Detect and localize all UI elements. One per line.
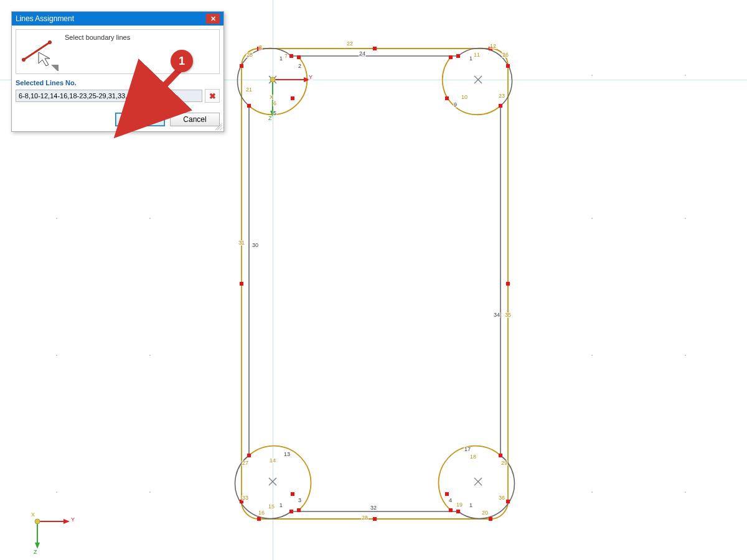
svg-rect-24 (247, 454, 251, 457)
lines-assignment-dialog: Lines Assignment ✕ Select boundary lines… (11, 11, 224, 132)
svg-rect-20 (289, 54, 293, 58)
svg-rect-21 (456, 54, 460, 58)
dialog-titlebar[interactable]: Lines Assignment ✕ (12, 12, 223, 26)
svg-marker-58 (51, 65, 59, 71)
svg-rect-19 (240, 282, 243, 286)
line-label: 1 (469, 503, 473, 508)
svg-point-53 (35, 519, 40, 524)
line-label: 2 (298, 63, 302, 69)
picker-instruction: Select boundary lines (65, 34, 130, 41)
line-label: 7 (284, 54, 288, 59)
line-label: 24 (359, 51, 366, 57)
svg-rect-31 (449, 508, 453, 512)
clear-selection-button[interactable]: ✖ (205, 89, 220, 103)
cancel-button[interactable]: Cancel (170, 113, 220, 126)
triad-x-label: X (31, 511, 35, 518)
origin-z-label: Z (268, 116, 273, 121)
dialog-title: Lines Assignment (16, 14, 74, 23)
svg-rect-35 (291, 492, 294, 496)
line-label: 30 (251, 243, 259, 248)
line-label: 28 (361, 515, 369, 521)
line-label: 17 (464, 447, 471, 452)
svg-rect-8 (240, 64, 243, 68)
line-label: 9 (453, 102, 458, 108)
svg-rect-25 (499, 454, 502, 457)
line-label: 23 (498, 93, 505, 99)
origin-y-label: Y (308, 75, 313, 80)
line-label: 3 (298, 498, 302, 503)
line-label: 32 (370, 505, 377, 511)
line-label: 8 (258, 45, 263, 50)
line-label: 31 (238, 240, 245, 246)
line-label: 21 (245, 87, 253, 93)
svg-marker-52 (35, 543, 40, 549)
svg-rect-29 (449, 55, 453, 59)
line-label: 26 (502, 52, 509, 58)
svg-rect-32 (445, 96, 449, 100)
line-label: 19 (456, 502, 463, 508)
selected-lines-label: Selected Lines No. (16, 79, 220, 86)
svg-rect-22 (247, 104, 251, 108)
close-icon[interactable]: ✕ (206, 14, 220, 24)
svg-rect-10 (373, 47, 377, 50)
triad-z-label: Z (34, 549, 37, 555)
line-label: 29 (500, 460, 508, 466)
svg-rect-33 (291, 96, 294, 100)
line-label: 6 (273, 101, 277, 106)
line-label: 20 (481, 510, 489, 516)
callout-number: 1 (179, 55, 185, 68)
ok-button[interactable]: OK (115, 113, 165, 126)
line-label: 22 (346, 41, 354, 47)
svg-rect-13 (506, 282, 510, 286)
line-label: 15 (268, 504, 275, 510)
line-label: 1 (279, 56, 283, 62)
line-label: 35 (504, 312, 512, 318)
line-label: 25 (246, 52, 253, 58)
origin-x-label: X (269, 95, 274, 100)
svg-rect-28 (297, 55, 301, 59)
svg-rect-34 (445, 492, 449, 496)
svg-rect-26 (289, 510, 293, 513)
triad-y-label: Y (71, 516, 75, 523)
line-label: 5 (273, 111, 277, 116)
line-label: 18 (469, 454, 477, 460)
svg-rect-17 (257, 517, 261, 521)
line-label: 33 (242, 495, 249, 501)
line-label: 4 (448, 498, 453, 503)
resize-grip-icon[interactable] (215, 123, 222, 130)
callout-badge: 1 (171, 50, 193, 72)
selected-lines-input[interactable] (16, 90, 202, 102)
line-label: 36 (498, 495, 505, 501)
line-label: 34 (493, 312, 500, 318)
line-label: 1 (469, 56, 473, 62)
svg-rect-16 (373, 517, 377, 521)
select-line-icon (20, 34, 60, 71)
line-label: 12 (489, 44, 497, 49)
line-label: 11 (473, 52, 481, 58)
line-label: 1 (279, 503, 283, 508)
svg-rect-30 (297, 508, 301, 512)
svg-point-55 (22, 58, 26, 62)
svg-rect-14 (506, 500, 510, 503)
line-label: 27 (242, 460, 249, 466)
svg-rect-15 (489, 517, 492, 521)
svg-rect-27 (456, 510, 460, 513)
svg-marker-50 (63, 519, 70, 524)
svg-point-56 (48, 40, 52, 44)
svg-rect-12 (506, 64, 510, 68)
line-label: 14 (269, 458, 276, 464)
line-label: 10 (461, 95, 468, 100)
svg-marker-57 (39, 52, 50, 66)
line-label: 13 (283, 452, 291, 457)
svg-rect-23 (499, 104, 502, 108)
coordinate-triad: Y Z X (31, 504, 81, 554)
svg-point-48 (270, 77, 275, 82)
line-label: 16 (258, 510, 265, 516)
